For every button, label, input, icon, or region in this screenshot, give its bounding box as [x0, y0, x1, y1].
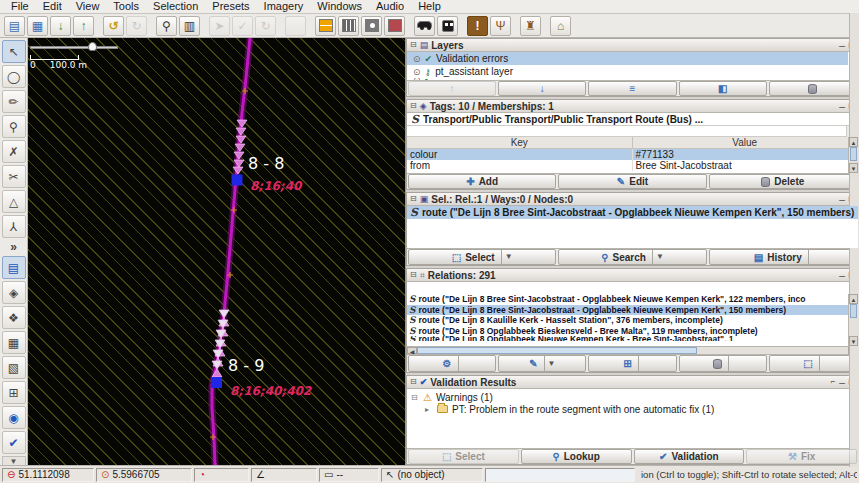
- relation-duplicate-button[interactable]: ⊞: [588, 355, 676, 372]
- tag-add-button[interactable]: ✚ Add: [408, 174, 556, 189]
- preset-bus-icon[interactable]: [437, 16, 458, 36]
- split-way-tool[interactable]: ⅄: [2, 215, 26, 238]
- menu-item[interactable]: Imagery: [257, 0, 311, 13]
- draw-nodes-tool[interactable]: ✏: [2, 90, 26, 113]
- zoom-tool[interactable]: ⚲: [2, 115, 26, 138]
- undo-icon[interactable]: ↺: [103, 16, 124, 36]
- paste-tags-tool[interactable]: ✂: [2, 165, 26, 188]
- validation-warning-icon[interactable]: !: [467, 16, 488, 36]
- tag-edit-button[interactable]: ✎ Edit: [558, 174, 706, 189]
- route-way[interactable]: [212, 38, 250, 465]
- preset-car-icon[interactable]: [414, 16, 435, 36]
- resize-icon[interactable]: ⌐: [831, 378, 836, 386]
- preset-combo[interactable]: [407, 126, 847, 137]
- imagery-tool[interactable]: ▦: [2, 331, 26, 354]
- relation-row[interactable]: S route ("De Lijn 8 Bree Sint-Jacobstraa…: [407, 294, 848, 305]
- relation-row[interactable]: S route ("De Lijn 8 Opglabbeek Nieuwe Ke…: [407, 336, 848, 341]
- layer-row[interactable]: ⊙ ▪: [407, 78, 848, 80]
- menu-item[interactable]: Windows: [310, 0, 369, 13]
- collapse-icon[interactable]: ⊟: [410, 195, 417, 203]
- dropdown-arrow-icon[interactable]: ▼: [544, 356, 556, 371]
- tree-collapsed-toggle[interactable]: ▸: [425, 405, 433, 414]
- update-icon[interactable]: ↻: [255, 16, 276, 36]
- zoom-slider[interactable]: [30, 42, 120, 52]
- relations-hscrollbar[interactable]: ◀ ▶: [407, 346, 858, 354]
- copy-view-tool[interactable]: ⊞: [2, 381, 26, 404]
- warning-detail-row[interactable]: ▸ PT: Problem in the route segment with …: [411, 403, 858, 415]
- relation-row[interactable]: S route ("De Lijn 8 Opglabbeek Bieskensv…: [407, 326, 848, 337]
- relation-select-button[interactable]: ⬚: [769, 355, 857, 372]
- warnings-group-row[interactable]: ⊟ ⚠ Warnings (1): [411, 391, 858, 403]
- relation-row[interactable]: S route ("De Lijn 8 Bree Sint-Jacobstraa…: [407, 305, 848, 316]
- menu-item[interactable]: View: [69, 0, 107, 13]
- stop-position-1[interactable]: [232, 175, 243, 186]
- dropdown-arrow-icon[interactable]: [808, 250, 812, 264]
- preset-restaurant-icon[interactable]: Ψ: [490, 16, 511, 36]
- relation-filter-input[interactable]: [407, 284, 858, 295]
- menu-item[interactable]: Help: [411, 0, 448, 13]
- menu-item[interactable]: Edit: [36, 0, 69, 13]
- layer-opacity-button[interactable]: ◧: [679, 81, 767, 96]
- relation-row[interactable]: S route ("De Lijn 8 Kaulille Kerk - Hass…: [407, 315, 848, 326]
- tag-row[interactable]: colour #771133: [407, 149, 858, 160]
- relation-edit-button[interactable]: ✎ ▼: [498, 355, 586, 372]
- wireframe-icon[interactable]: ➤: [209, 16, 230, 36]
- layers-scrollbar[interactable]: [849, 38, 859, 97]
- dropdown-arrow-icon[interactable]: [638, 356, 642, 371]
- style-lanes-icon[interactable]: [338, 16, 359, 36]
- layer-visibility-icon[interactable]: ⊙: [413, 67, 421, 77]
- collapse-icon[interactable]: ⊟: [410, 102, 417, 110]
- layer-merge-button[interactable]: ≡: [588, 81, 676, 96]
- layer-up-button[interactable]: ↑: [408, 81, 496, 96]
- relations-scrollbar[interactable]: ▲ ▼: [848, 294, 858, 346]
- search-icon[interactable]: ⚲: [156, 16, 177, 36]
- style-crossing-icon[interactable]: [361, 16, 382, 36]
- dropdown-arrow-icon[interactable]: ▼: [652, 250, 664, 264]
- validation-fix-button[interactable]: ⚒ Fix: [746, 449, 857, 464]
- save-icon[interactable]: ▦: [27, 16, 48, 36]
- lasso-tool[interactable]: ◯: [2, 65, 26, 88]
- stop-position-2[interactable]: [211, 377, 222, 388]
- relation-new-button[interactable]: ⚙: [408, 355, 496, 372]
- layer-visibility-icon[interactable]: ⊙: [413, 78, 421, 80]
- menu-item[interactable]: Audio: [369, 0, 411, 13]
- blank-icon[interactable]: [285, 16, 306, 36]
- selected-object-row[interactable]: S route ("De Lijn 8 Bree Sint-Jacobstraa…: [407, 206, 858, 219]
- download-osm-icon[interactable]: ↓: [50, 16, 71, 36]
- menu-item[interactable]: File: [4, 0, 36, 13]
- relation-delete-button[interactable]: [679, 355, 767, 372]
- dropdown-arrow-icon[interactable]: [819, 356, 823, 371]
- collapse-icon[interactable]: ⊟: [410, 378, 417, 386]
- photo-adjust-tool[interactable]: ▧: [2, 356, 26, 379]
- validation-validate-button[interactable]: ✔ Validation: [634, 449, 745, 464]
- pin-icon[interactable]: ⚊: [838, 271, 845, 279]
- selection-search-button[interactable]: ⚲ Search ▼: [558, 249, 706, 265]
- tags-toggle[interactable]: ◈: [2, 281, 26, 304]
- preset-row[interactable]: S Transport/Public Transport/Public Tran…: [407, 113, 858, 126]
- style-road-icon[interactable]: [315, 16, 336, 36]
- preset-castle-icon[interactable]: ♜: [520, 16, 541, 36]
- more-tools-expander[interactable]: »: [2, 240, 26, 254]
- selection-history-button[interactable]: ▤ History: [709, 249, 857, 265]
- dropdown-arrow-icon[interactable]: ▼: [501, 250, 513, 264]
- layer-visibility-icon[interactable]: ⊙: [413, 54, 421, 64]
- map-canvas[interactable]: 8 - 8 8;16;40 8 - 9 8;16;40;402 0 100.0 …: [28, 38, 405, 465]
- collapse-icon[interactable]: ⊟: [410, 271, 417, 279]
- collapse-icon[interactable]: ⊟: [410, 41, 417, 49]
- tree-expand-toggle[interactable]: ⊟: [411, 393, 419, 402]
- parallel-way-tool[interactable]: ◉: [2, 406, 26, 429]
- dropdown-arrow-icon[interactable]: [728, 356, 732, 371]
- tag-delete-button[interactable]: Delete: [709, 174, 857, 189]
- pin-icon[interactable]: ⚊: [838, 102, 845, 110]
- validation-select-button[interactable]: ⬚ Select: [408, 449, 519, 464]
- layer-down-button[interactable]: ↓: [498, 81, 586, 96]
- pin-icon[interactable]: ⚊: [838, 195, 845, 203]
- select-tool[interactable]: ↖: [2, 40, 26, 63]
- selection-select-button[interactable]: ⬚ Select ▼: [408, 249, 556, 265]
- dropdown-arrow-icon[interactable]: [458, 356, 462, 371]
- layer-delete-button[interactable]: [769, 81, 857, 96]
- pin-icon[interactable]: ⚊: [838, 378, 845, 386]
- tags-scrollbar[interactable]: ▲ ▼: [848, 137, 858, 173]
- zoom-slider-handle[interactable]: [88, 42, 97, 51]
- measurement-tool[interactable]: △: [2, 190, 26, 213]
